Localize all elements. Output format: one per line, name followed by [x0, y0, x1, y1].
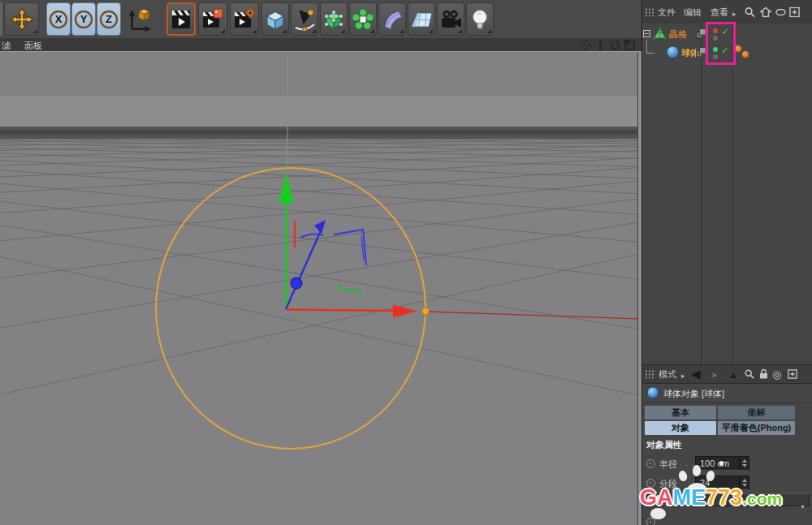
tab-object-active[interactable]: 对象: [645, 421, 716, 435]
z-axis-arrow[interactable]: [314, 220, 326, 234]
z-axis-line[interactable]: [286, 227, 322, 309]
viewport-menu-panel[interactable]: 面板: [24, 40, 42, 52]
add-camera-button[interactable]: [437, 2, 464, 36]
viewport-menu-filter[interactable]: 滤: [2, 40, 11, 52]
mode-caret-icon: [681, 367, 685, 381]
sphere-object-icon: [646, 386, 659, 399]
render-to-picture-viewer-button[interactable]: [198, 2, 227, 36]
toggle-views-icon[interactable]: [624, 40, 635, 50]
rotate-view-icon[interactable]: [610, 40, 620, 50]
render-settings-button[interactable]: [230, 2, 259, 36]
history-back-icon[interactable]: [691, 367, 701, 381]
parent-up-icon[interactable]: [728, 367, 738, 381]
deformer-flower-icon: [352, 8, 374, 31]
property-row-radius: 半径 . . . 100 cm: [642, 456, 812, 472]
viewport-nav-icons: [581, 40, 635, 50]
am-add-icon[interactable]: [788, 369, 797, 379]
pen-spline-icon: [293, 8, 316, 31]
om-column-divider: [732, 24, 733, 364]
viewport-menubar: 滤 面板: [0, 38, 641, 52]
attribute-object-title: 球体对象 [球体]: [663, 388, 724, 400]
property-row-partial: [642, 514, 812, 525]
move-tool-button[interactable]: [4, 2, 39, 36]
3d-viewport[interactable]: [0, 52, 641, 525]
om-eye-icon[interactable]: [775, 8, 786, 15]
lock-y-axis-button[interactable]: Y: [71, 2, 96, 36]
field-wedge-icon: [381, 8, 404, 31]
z-plane-triangle: [334, 230, 366, 265]
history-forward-icon[interactable]: [710, 367, 718, 381]
segments-label: 分段: [659, 478, 677, 490]
world-x-line: [428, 312, 641, 319]
add-environment-button[interactable]: [408, 2, 435, 36]
om-menu-file[interactable]: 文件: [658, 6, 676, 18]
add-light-button[interactable]: [466, 2, 494, 36]
y-axis-label: Y: [80, 13, 88, 25]
add-primitive-button[interactable]: [261, 2, 289, 36]
object-tag-dot[interactable]: [741, 50, 749, 58]
segments-field[interactable]: 24: [695, 476, 749, 490]
property-row-type: [642, 493, 812, 510]
radius-handle[interactable]: [422, 308, 430, 315]
tab-basic[interactable]: 基本: [645, 406, 716, 420]
expander-icon[interactable]: [643, 30, 650, 37]
am-search-icon[interactable]: [745, 369, 754, 379]
om-menu-view[interactable]: 查看: [710, 6, 728, 18]
lattice-object-icon: [653, 27, 667, 41]
zoom-view-icon[interactable]: [595, 40, 606, 50]
x-axis-line[interactable]: [286, 310, 395, 312]
tutorial-highlight-box: [706, 22, 736, 65]
radius-value: 100 cm: [700, 458, 729, 468]
coordinate-cube-icon: [126, 6, 152, 32]
am-menu-mode[interactable]: 模式: [659, 368, 676, 381]
object-properties-heading: 对象属性: [646, 439, 682, 451]
main-toolbar: X Y Z: [0, 0, 641, 38]
add-deformer-button[interactable]: [349, 2, 377, 36]
z-axis-label: Z: [106, 13, 112, 25]
render-settings-gear-icon: [233, 7, 256, 32]
lock-z-axis-button[interactable]: Z: [97, 2, 121, 36]
dropdown-arrow-icon: [800, 497, 806, 512]
panel-grip[interactable]: [645, 7, 655, 16]
render-clapper-icon: [170, 7, 192, 32]
tab-coordinates[interactable]: 坐标: [718, 406, 795, 420]
property-row-segments: 分段 24: [642, 476, 812, 492]
keyframe-bullet[interactable]: [646, 479, 655, 488]
panel-grip[interactable]: [645, 370, 655, 379]
z-plane-mark: [300, 235, 323, 238]
pan-view-icon[interactable]: [581, 40, 591, 50]
object-manager-menubar: 文件 编辑 查看: [642, 0, 812, 24]
om-home-icon[interactable]: [760, 6, 771, 17]
x-axis-arrow[interactable]: [393, 305, 417, 318]
object-name-lattice[interactable]: 晶格: [669, 28, 687, 41]
lock-icon[interactable]: [759, 369, 768, 380]
om-search-icon[interactable]: [745, 6, 755, 17]
attribute-object-title-row: 球体对象 [球体]: [642, 383, 812, 403]
keyframe-bullet[interactable]: [646, 518, 655, 525]
radius-stepper[interactable]: [739, 457, 749, 470]
target-icon[interactable]: [772, 367, 781, 381]
tab-phong[interactable]: 平滑着色(Phong): [718, 421, 795, 435]
om-menu-edit[interactable]: 编辑: [684, 6, 702, 18]
om-column-divider: [701, 24, 702, 364]
lock-x-axis-button[interactable]: X: [46, 2, 71, 36]
add-field-button[interactable]: [378, 2, 406, 36]
render-view-button[interactable]: [166, 2, 196, 36]
type-dropdown[interactable]: [695, 493, 810, 506]
coordinate-system-button[interactable]: [123, 2, 153, 36]
add-generator-button[interactable]: [320, 2, 348, 36]
radius-field[interactable]: 100 cm: [695, 456, 749, 471]
segments-stepper[interactable]: [739, 476, 749, 489]
om-menu-overflow-icon[interactable]: [732, 5, 736, 19]
keyframe-bullet[interactable]: [646, 497, 655, 506]
partial-button: [0, 2, 2, 36]
cube-primitive-icon: [264, 8, 287, 31]
gizmo-overlay: [0, 52, 641, 525]
add-spline-pen-button[interactable]: [291, 2, 318, 36]
keyframe-bullet[interactable]: [646, 459, 655, 468]
segments-value: 24: [700, 478, 710, 488]
om-add-icon[interactable]: [789, 6, 800, 17]
y-axis-arrow[interactable]: [279, 173, 294, 203]
z-axis-handle[interactable]: [291, 278, 302, 289]
light-bulb-icon: [469, 8, 491, 31]
